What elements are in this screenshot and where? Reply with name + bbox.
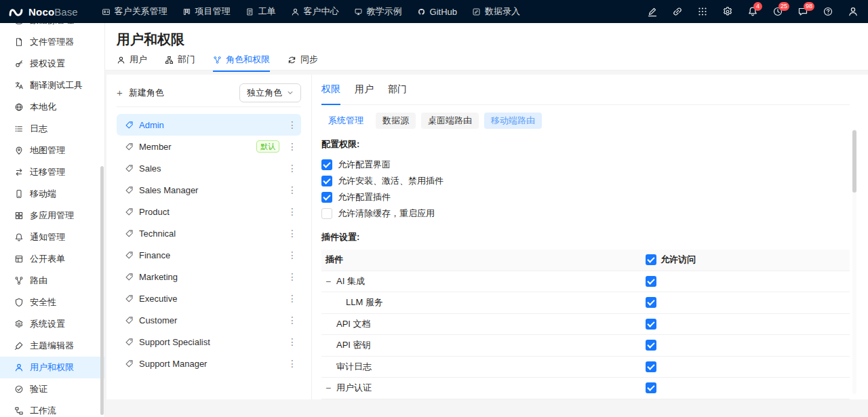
topnav-item-tutorial[interactable]: 教学示例 — [347, 0, 410, 23]
role-item-admin[interactable]: Admin⋮ — [117, 114, 301, 136]
subtab-mobile-routes[interactable]: 移动端路由 — [484, 113, 542, 129]
pen-icon[interactable] — [647, 6, 658, 17]
sidebar-item-system-settings[interactable]: 系统设置 — [0, 313, 104, 335]
role-item-support-specialist[interactable]: Support Specialist⋮ — [117, 331, 301, 353]
plugin-access-checkbox[interactable] — [646, 361, 656, 372]
panel-scrollbar-thumb[interactable] — [852, 130, 856, 193]
plugin-name: 用户认证 — [336, 382, 372, 394]
role-more-button[interactable]: ⋮ — [285, 119, 300, 130]
checkbox-allow-install-plugins[interactable]: 允许安装、激活、禁用插件 — [321, 173, 850, 189]
nocobase-logo[interactable]: NocoBase — [8, 6, 78, 18]
plugin-access-checkbox[interactable] — [646, 297, 656, 308]
roles-list: Admin⋮ Member默认⋮ Sales⋮ Sales Manager⋮ P… — [117, 107, 301, 374]
sidebar-item-mobile[interactable]: 移动端 — [0, 183, 104, 205]
sidebar-item-users-permissions[interactable]: 用户和权限 — [0, 357, 104, 378]
sidebar-item-workflow[interactable]: 工作流 — [0, 400, 104, 417]
role-item-product[interactable]: Product⋮ — [117, 201, 301, 222]
api-icon[interactable] — [672, 6, 683, 17]
apps-grid-icon[interactable] — [697, 6, 708, 17]
sidebar-item-translation-tool[interactable]: 翻译测试工具 — [0, 75, 104, 96]
collapse-icon[interactable]: − — [326, 277, 336, 286]
role-item-customer[interactable]: Customer⋮ — [117, 309, 301, 331]
role-item-member[interactable]: Member默认⋮ — [117, 136, 301, 157]
plugin-access-checkbox[interactable] — [646, 382, 656, 393]
topnav-item-github[interactable]: GitHub — [410, 0, 465, 23]
sidebar-item-notifications[interactable]: 通知管理 — [0, 226, 104, 248]
tab-roles-permissions[interactable]: 角色和权限 — [213, 54, 270, 71]
checkbox-unchecked-icon[interactable] — [321, 208, 332, 219]
tab-role-users[interactable]: 用户 — [355, 75, 374, 104]
role-more-button[interactable]: ⋮ — [285, 315, 300, 325]
role-item-finance[interactable]: Finance⋮ — [117, 244, 301, 266]
tab-users[interactable]: 用户 — [117, 54, 147, 71]
role-more-button[interactable]: ⋮ — [285, 250, 300, 260]
tab-permissions[interactable]: 权限 — [321, 75, 340, 104]
notifications-bell-icon[interactable]: 4 — [747, 6, 758, 17]
role-item-technical[interactable]: Technical⋮ — [117, 222, 301, 244]
sidebar-item-public-forms[interactable]: 公开表单 — [0, 248, 104, 270]
role-more-button[interactable]: ⋮ — [285, 184, 300, 195]
collapse-icon[interactable]: − — [326, 383, 336, 393]
allow-access-all-checkbox[interactable] — [646, 254, 656, 265]
topnav-item-customer-center[interactable]: 客户中心 — [283, 0, 347, 23]
role-more-button[interactable]: ⋮ — [285, 206, 300, 217]
role-more-button[interactable]: ⋮ — [285, 336, 300, 347]
sidebar-item-migration[interactable]: 迁移管理 — [0, 161, 104, 183]
topnav-item-data-entry[interactable]: 数据录入 — [465, 0, 528, 23]
sidebar-item-multi-app[interactable]: 多应用管理 — [0, 205, 104, 226]
tab-role-departments[interactable]: 部门 — [388, 75, 407, 104]
role-more-button[interactable]: ⋮ — [285, 271, 300, 282]
subtab-datasource[interactable]: 数据源 — [376, 113, 416, 129]
new-role-button[interactable]: +新建角色 — [117, 87, 164, 99]
sidebar-item-verification[interactable]: 验证 — [0, 378, 104, 400]
sidebar-item-theme-editor[interactable]: 主题编辑器 — [0, 335, 104, 357]
chat-icon[interactable]: 98 — [797, 6, 808, 17]
role-type-select[interactable]: 独立角色 — [239, 83, 301, 102]
gear-icon[interactable] — [722, 6, 733, 17]
role-more-button[interactable]: ⋮ — [285, 163, 300, 174]
sidebar-item-label: 翻译测试工具 — [30, 79, 83, 92]
sidebar-item-auth-settings[interactable]: 授权设置 — [0, 53, 104, 75]
sidebar-item-map-manager[interactable]: 地图管理 — [0, 140, 104, 161]
sidebar-item-localization[interactable]: 本地化 — [0, 96, 104, 118]
role-item-marketing[interactable]: Marketing⋮ — [117, 266, 301, 287]
role-item-sales[interactable]: Sales⋮ — [117, 157, 301, 179]
tab-departments[interactable]: 部门 — [165, 54, 195, 71]
role-item-sales-manager[interactable]: Sales Manager⋮ — [117, 179, 301, 201]
checkbox-checked-icon[interactable] — [321, 192, 332, 203]
checkbox-allow-config-ui[interactable]: 允许配置界面 — [321, 157, 850, 173]
sidebar-item-datasource[interactable]: 数据源管理 — [0, 23, 104, 31]
plugin-access-checkbox[interactable] — [646, 319, 656, 330]
role-item-support-manager[interactable]: Support Manager⋮ — [117, 353, 301, 374]
topnav-item-ticket[interactable]: 工单 — [238, 0, 283, 23]
checkbox-allow-config-plugins[interactable]: 允许配置插件 — [321, 189, 850, 205]
clock-icon[interactable]: 25 — [772, 6, 783, 17]
role-more-button[interactable]: ⋮ — [285, 293, 300, 304]
role-more-button[interactable]: ⋮ — [285, 358, 300, 369]
topnav-label: 数据录入 — [485, 5, 520, 18]
tab-sync[interactable]: 同步 — [288, 54, 318, 71]
role-more-button[interactable]: ⋮ — [285, 141, 300, 152]
panel-scrollbar[interactable] — [852, 129, 856, 394]
sidebar-item-routes[interactable]: 路由 — [0, 270, 104, 292]
sidebar-scrollbar-thumb[interactable] — [100, 166, 104, 415]
sidebar-item-security[interactable]: 安全性 — [0, 292, 104, 313]
topnav-item-project[interactable]: 项目管理 — [175, 0, 238, 23]
plugin-access-checkbox[interactable] — [646, 276, 656, 287]
sidebar-scrollbar[interactable] — [100, 23, 104, 417]
tag-icon — [125, 294, 134, 303]
plugin-access-checkbox[interactable] — [646, 340, 656, 351]
topnav-item-crm[interactable]: 客户关系管理 — [94, 0, 175, 23]
sidebar-item-file-manager[interactable]: 文件管理器 — [0, 31, 104, 53]
sidebar-item-logs[interactable]: 日志 — [0, 118, 104, 140]
checkbox-allow-clear-cache[interactable]: 允许清除缓存，重启应用 — [321, 205, 850, 222]
help-icon[interactable] — [823, 6, 833, 17]
role-more-button[interactable]: ⋮ — [285, 228, 300, 239]
role-item-executive[interactable]: Executive⋮ — [117, 287, 301, 309]
checkbox-checked-icon[interactable] — [321, 176, 332, 186]
user-icon[interactable] — [848, 6, 859, 17]
checkbox-checked-icon[interactable] — [321, 159, 332, 170]
subtab-system-management[interactable]: 系统管理 — [321, 113, 370, 129]
tag-icon — [125, 121, 134, 130]
subtab-desktop-routes[interactable]: 桌面端路由 — [421, 113, 479, 129]
